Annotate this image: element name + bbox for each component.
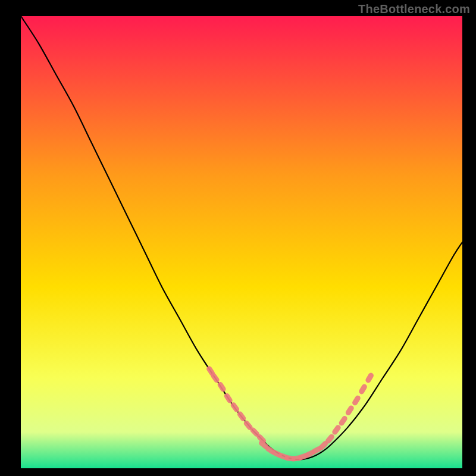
gradient-background (21, 16, 462, 468)
plot-frame (21, 16, 462, 468)
watermark-text: TheBottleneck.com (358, 2, 470, 16)
plot-svg (21, 16, 462, 468)
chart-stage: TheBottleneck.com (0, 0, 476, 476)
